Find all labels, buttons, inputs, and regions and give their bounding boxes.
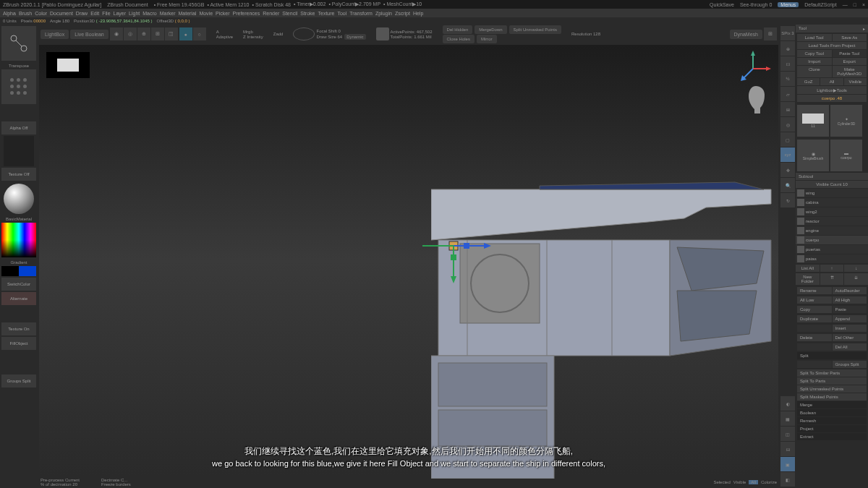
goz-button[interactable]: GoZ	[797, 78, 820, 85]
close-icon[interactable]: ×	[862, 2, 865, 7]
persp-tool[interactable]: ▱	[780, 87, 795, 101]
script-label[interactable]: DefaultZScript	[804, 2, 836, 7]
maximize-icon[interactable]: □	[854, 2, 856, 7]
makepoly-button[interactable]: Make PolyMesh3D	[833, 66, 867, 77]
menu-help[interactable]: Help	[413, 11, 423, 16]
saveas-button[interactable]: Save As	[833, 34, 867, 41]
menu-stroke[interactable]: Stroke	[300, 11, 315, 16]
transform-gizmo[interactable]	[419, 211, 491, 283]
dynamesh-button[interactable]: DynaMesh	[730, 30, 762, 39]
tool-thumb-brush[interactable]: ◉SimpleBrush	[797, 140, 829, 171]
menu-preferences[interactable]: Preferences	[233, 11, 260, 16]
listall-button[interactable]: List All	[796, 265, 820, 272]
tool-icon[interactable]: ○	[193, 27, 206, 40]
loadfromproj-button[interactable]: Load Tools From Project	[797, 42, 867, 49]
menu-alpha[interactable]: Alpha	[3, 11, 16, 16]
spix-tool[interactable]: SPix 3	[780, 26, 795, 40]
tool-thumb-cylinder[interactable]: ✦Cylinder3D	[830, 105, 862, 137]
menu-zscript[interactable]: Zscript	[395, 11, 410, 16]
texture-off-button[interactable]: Texture Off	[1, 168, 36, 181]
gradient-swatches[interactable]	[1, 266, 36, 276]
brush-circle[interactable]	[293, 27, 315, 40]
settings-icon[interactable]: ⊞	[764, 27, 777, 40]
lightbox-button[interactable]: LightBox	[41, 30, 69, 39]
minimize-icon[interactable]: —	[843, 2, 848, 7]
loadtool-button[interactable]: Load Tool	[797, 34, 832, 41]
color-picker[interactable]	[1, 223, 36, 257]
menu-document[interactable]: Document	[50, 11, 73, 16]
export-button[interactable]: Export	[833, 58, 867, 65]
menu-movie[interactable]: Movie	[199, 11, 213, 16]
newfolder-button[interactable]: New Folder	[796, 273, 820, 285]
switchcolor-button[interactable]: SwitchColor	[1, 278, 36, 291]
fillobject-button[interactable]: FillObject	[1, 337, 36, 350]
tool-icon[interactable]: ◎	[124, 27, 137, 40]
material-sphere[interactable]	[4, 184, 34, 214]
tool-icon[interactable]: ⊟	[780, 442, 795, 456]
liveboolean-button[interactable]: Live Boolean	[70, 30, 108, 39]
menu-texture[interactable]: Texture	[318, 11, 334, 16]
menu-marker[interactable]: Marker	[160, 11, 176, 16]
quicksave-button[interactable]: QuickSave	[710, 2, 734, 7]
groupssplit-button[interactable]: Groups Split	[1, 374, 36, 388]
tool-thumb[interactable]: 11	[797, 105, 829, 137]
tool-icon[interactable]: ◫	[780, 427, 795, 441]
subtool-item[interactable]: wing2	[796, 207, 868, 216]
subtool-item[interactable]: wing	[796, 189, 868, 197]
subtool-header[interactable]: Subtool	[796, 173, 868, 180]
lightbox-tools-button[interactable]: Lightbox▶Tools	[797, 86, 867, 94]
menu-draw[interactable]: Draw	[76, 11, 88, 16]
tool-thumb-cuerpo[interactable]: ▬cuerpo	[830, 140, 862, 171]
import-button[interactable]: Import	[797, 58, 832, 65]
visible-button[interactable]: Visible	[844, 78, 867, 85]
actual-tool[interactable]: ⊡	[780, 56, 795, 71]
dots-tool[interactable]	[1, 69, 36, 104]
transpose-tool[interactable]	[1, 26, 36, 61]
menu-color[interactable]: Color	[35, 11, 47, 16]
frame-tool[interactable]: ▢	[780, 132, 795, 147]
menu-stencil[interactable]: Stencil	[282, 11, 297, 16]
tool-header[interactable]: Tool▸	[796, 25, 868, 33]
menu-light[interactable]: Light	[129, 11, 140, 16]
seethrough-slider[interactable]: See-through 0	[740, 2, 772, 7]
menu-transform[interactable]: Transform	[349, 11, 373, 16]
alpha-preview[interactable]	[4, 136, 34, 166]
clone-button[interactable]: Clone	[797, 66, 832, 77]
textureon-button[interactable]: Texture On	[1, 322, 36, 335]
menu-render[interactable]: Render	[263, 11, 279, 16]
subtool-item[interactable]: reactor	[796, 217, 868, 226]
pastetool-button[interactable]: Paste Tool	[833, 50, 867, 57]
subtool-item[interactable]: cabina	[796, 198, 868, 207]
menu-picker[interactable]: Picker	[216, 11, 229, 16]
alternate-button[interactable]: Alternate	[1, 292, 36, 305]
scroll-tool[interactable]: ⊕	[780, 41, 795, 56]
subtool-item[interactable]: engine	[796, 226, 868, 235]
menus-toggle[interactable]: Menus	[778, 2, 799, 7]
preview-icon[interactable]	[376, 27, 389, 40]
menu-zplugin[interactable]: Zplugin	[375, 11, 392, 16]
subtool-item[interactable]: puertas	[796, 245, 868, 254]
tool-icon[interactable]: ▦	[780, 411, 795, 426]
menu-file[interactable]: File	[102, 11, 110, 16]
rotate-tool[interactable]: ↻	[780, 193, 795, 207]
menu-macro[interactable]: Macro	[142, 11, 156, 16]
menu-brush[interactable]: Brush	[19, 11, 32, 16]
head-reference[interactable]	[744, 85, 767, 114]
tool-icon[interactable]: ⊞	[151, 27, 164, 40]
move-tool[interactable]: ✥	[780, 163, 795, 177]
tool-icon[interactable]: ●	[179, 27, 192, 40]
menu-edit[interactable]: Edit	[90, 11, 99, 16]
aahalf-tool[interactable]: ½	[780, 72, 795, 86]
solo-tool[interactable]: ◐	[780, 396, 795, 411]
subtool-item[interactable]: cuerpo	[796, 236, 868, 244]
menu-tool[interactable]: Tool	[337, 11, 346, 16]
nav-gizmo[interactable]	[735, 51, 771, 87]
alpha-off-button[interactable]: Alpha Off	[1, 121, 36, 134]
xyz-tool[interactable]: xyz	[780, 147, 795, 162]
menu-layer[interactable]: Layer	[114, 11, 127, 16]
tool-icon[interactable]: ◫	[165, 27, 178, 40]
local-tool[interactable]: ◎	[780, 117, 795, 132]
tool-icon[interactable]: ▣	[780, 457, 795, 471]
all-button[interactable]: All	[820, 78, 843, 85]
tool-icon[interactable]: ◧	[780, 472, 795, 487]
